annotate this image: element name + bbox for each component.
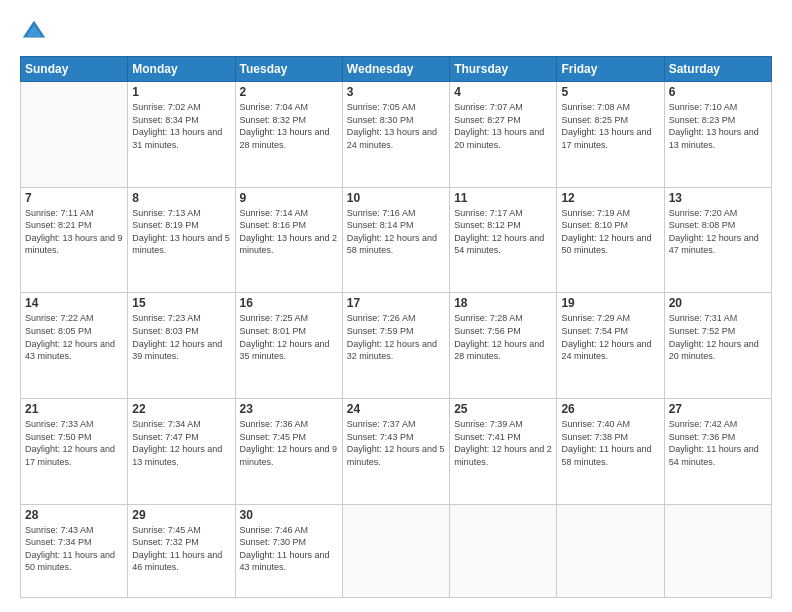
day-info: Sunrise: 7:25 AM Sunset: 8:01 PM Dayligh…	[240, 312, 338, 362]
logo-icon	[20, 18, 48, 46]
calendar-cell: 14Sunrise: 7:22 AM Sunset: 8:05 PM Dayli…	[21, 293, 128, 399]
calendar-cell: 30Sunrise: 7:46 AM Sunset: 7:30 PM Dayli…	[235, 504, 342, 597]
day-info: Sunrise: 7:19 AM Sunset: 8:10 PM Dayligh…	[561, 207, 659, 257]
calendar-cell: 24Sunrise: 7:37 AM Sunset: 7:43 PM Dayli…	[342, 399, 449, 505]
calendar-cell: 8Sunrise: 7:13 AM Sunset: 8:19 PM Daylig…	[128, 187, 235, 293]
day-number: 20	[669, 296, 767, 310]
calendar-cell: 10Sunrise: 7:16 AM Sunset: 8:14 PM Dayli…	[342, 187, 449, 293]
day-number: 4	[454, 85, 552, 99]
day-number: 16	[240, 296, 338, 310]
calendar-cell: 13Sunrise: 7:20 AM Sunset: 8:08 PM Dayli…	[664, 187, 771, 293]
day-info: Sunrise: 7:31 AM Sunset: 7:52 PM Dayligh…	[669, 312, 767, 362]
day-number: 30	[240, 508, 338, 522]
day-info: Sunrise: 7:04 AM Sunset: 8:32 PM Dayligh…	[240, 101, 338, 151]
day-info: Sunrise: 7:36 AM Sunset: 7:45 PM Dayligh…	[240, 418, 338, 468]
calendar-table: SundayMondayTuesdayWednesdayThursdayFrid…	[20, 56, 772, 598]
calendar-cell: 6Sunrise: 7:10 AM Sunset: 8:23 PM Daylig…	[664, 82, 771, 188]
day-number: 8	[132, 191, 230, 205]
day-number: 21	[25, 402, 123, 416]
header	[20, 18, 772, 46]
calendar-cell	[21, 82, 128, 188]
day-info: Sunrise: 7:20 AM Sunset: 8:08 PM Dayligh…	[669, 207, 767, 257]
page: SundayMondayTuesdayWednesdayThursdayFrid…	[0, 0, 792, 612]
day-info: Sunrise: 7:29 AM Sunset: 7:54 PM Dayligh…	[561, 312, 659, 362]
day-info: Sunrise: 7:46 AM Sunset: 7:30 PM Dayligh…	[240, 524, 338, 574]
day-info: Sunrise: 7:07 AM Sunset: 8:27 PM Dayligh…	[454, 101, 552, 151]
day-number: 9	[240, 191, 338, 205]
calendar-cell: 15Sunrise: 7:23 AM Sunset: 8:03 PM Dayli…	[128, 293, 235, 399]
day-number: 25	[454, 402, 552, 416]
day-info: Sunrise: 7:37 AM Sunset: 7:43 PM Dayligh…	[347, 418, 445, 468]
day-number: 26	[561, 402, 659, 416]
day-header-thursday: Thursday	[450, 57, 557, 82]
day-header-friday: Friday	[557, 57, 664, 82]
calendar-cell	[664, 504, 771, 597]
day-info: Sunrise: 7:11 AM Sunset: 8:21 PM Dayligh…	[25, 207, 123, 257]
day-info: Sunrise: 7:34 AM Sunset: 7:47 PM Dayligh…	[132, 418, 230, 468]
calendar-cell: 16Sunrise: 7:25 AM Sunset: 8:01 PM Dayli…	[235, 293, 342, 399]
day-info: Sunrise: 7:33 AM Sunset: 7:50 PM Dayligh…	[25, 418, 123, 468]
week-row-5: 28Sunrise: 7:43 AM Sunset: 7:34 PM Dayli…	[21, 504, 772, 597]
day-info: Sunrise: 7:02 AM Sunset: 8:34 PM Dayligh…	[132, 101, 230, 151]
week-row-3: 14Sunrise: 7:22 AM Sunset: 8:05 PM Dayli…	[21, 293, 772, 399]
calendar-cell: 5Sunrise: 7:08 AM Sunset: 8:25 PM Daylig…	[557, 82, 664, 188]
day-number: 1	[132, 85, 230, 99]
day-info: Sunrise: 7:45 AM Sunset: 7:32 PM Dayligh…	[132, 524, 230, 574]
calendar-cell	[557, 504, 664, 597]
day-number: 15	[132, 296, 230, 310]
week-row-4: 21Sunrise: 7:33 AM Sunset: 7:50 PM Dayli…	[21, 399, 772, 505]
calendar-cell: 21Sunrise: 7:33 AM Sunset: 7:50 PM Dayli…	[21, 399, 128, 505]
calendar-cell: 23Sunrise: 7:36 AM Sunset: 7:45 PM Dayli…	[235, 399, 342, 505]
day-number: 23	[240, 402, 338, 416]
week-row-2: 7Sunrise: 7:11 AM Sunset: 8:21 PM Daylig…	[21, 187, 772, 293]
calendar-cell: 19Sunrise: 7:29 AM Sunset: 7:54 PM Dayli…	[557, 293, 664, 399]
calendar-cell: 17Sunrise: 7:26 AM Sunset: 7:59 PM Dayli…	[342, 293, 449, 399]
day-number: 22	[132, 402, 230, 416]
day-number: 28	[25, 508, 123, 522]
day-number: 13	[669, 191, 767, 205]
day-header-tuesday: Tuesday	[235, 57, 342, 82]
day-header-sunday: Sunday	[21, 57, 128, 82]
day-number: 12	[561, 191, 659, 205]
calendar-cell: 9Sunrise: 7:14 AM Sunset: 8:16 PM Daylig…	[235, 187, 342, 293]
day-number: 24	[347, 402, 445, 416]
calendar-cell: 12Sunrise: 7:19 AM Sunset: 8:10 PM Dayli…	[557, 187, 664, 293]
day-info: Sunrise: 7:42 AM Sunset: 7:36 PM Dayligh…	[669, 418, 767, 468]
day-info: Sunrise: 7:40 AM Sunset: 7:38 PM Dayligh…	[561, 418, 659, 468]
day-info: Sunrise: 7:28 AM Sunset: 7:56 PM Dayligh…	[454, 312, 552, 362]
calendar-cell: 3Sunrise: 7:05 AM Sunset: 8:30 PM Daylig…	[342, 82, 449, 188]
logo	[20, 18, 52, 46]
calendar-cell: 27Sunrise: 7:42 AM Sunset: 7:36 PM Dayli…	[664, 399, 771, 505]
day-number: 19	[561, 296, 659, 310]
day-info: Sunrise: 7:17 AM Sunset: 8:12 PM Dayligh…	[454, 207, 552, 257]
week-row-1: 1Sunrise: 7:02 AM Sunset: 8:34 PM Daylig…	[21, 82, 772, 188]
day-number: 27	[669, 402, 767, 416]
day-info: Sunrise: 7:05 AM Sunset: 8:30 PM Dayligh…	[347, 101, 445, 151]
days-header-row: SundayMondayTuesdayWednesdayThursdayFrid…	[21, 57, 772, 82]
day-header-wednesday: Wednesday	[342, 57, 449, 82]
calendar-cell: 1Sunrise: 7:02 AM Sunset: 8:34 PM Daylig…	[128, 82, 235, 188]
calendar-cell: 29Sunrise: 7:45 AM Sunset: 7:32 PM Dayli…	[128, 504, 235, 597]
day-number: 11	[454, 191, 552, 205]
day-info: Sunrise: 7:26 AM Sunset: 7:59 PM Dayligh…	[347, 312, 445, 362]
day-number: 5	[561, 85, 659, 99]
day-info: Sunrise: 7:23 AM Sunset: 8:03 PM Dayligh…	[132, 312, 230, 362]
day-header-monday: Monday	[128, 57, 235, 82]
day-info: Sunrise: 7:39 AM Sunset: 7:41 PM Dayligh…	[454, 418, 552, 468]
calendar-cell: 18Sunrise: 7:28 AM Sunset: 7:56 PM Dayli…	[450, 293, 557, 399]
day-info: Sunrise: 7:16 AM Sunset: 8:14 PM Dayligh…	[347, 207, 445, 257]
day-number: 14	[25, 296, 123, 310]
day-info: Sunrise: 7:13 AM Sunset: 8:19 PM Dayligh…	[132, 207, 230, 257]
calendar-cell: 2Sunrise: 7:04 AM Sunset: 8:32 PM Daylig…	[235, 82, 342, 188]
calendar-cell: 28Sunrise: 7:43 AM Sunset: 7:34 PM Dayli…	[21, 504, 128, 597]
day-header-saturday: Saturday	[664, 57, 771, 82]
calendar-cell: 20Sunrise: 7:31 AM Sunset: 7:52 PM Dayli…	[664, 293, 771, 399]
day-info: Sunrise: 7:08 AM Sunset: 8:25 PM Dayligh…	[561, 101, 659, 151]
calendar-cell	[342, 504, 449, 597]
calendar-cell: 22Sunrise: 7:34 AM Sunset: 7:47 PM Dayli…	[128, 399, 235, 505]
day-number: 29	[132, 508, 230, 522]
day-info: Sunrise: 7:22 AM Sunset: 8:05 PM Dayligh…	[25, 312, 123, 362]
day-number: 10	[347, 191, 445, 205]
day-number: 18	[454, 296, 552, 310]
day-number: 3	[347, 85, 445, 99]
